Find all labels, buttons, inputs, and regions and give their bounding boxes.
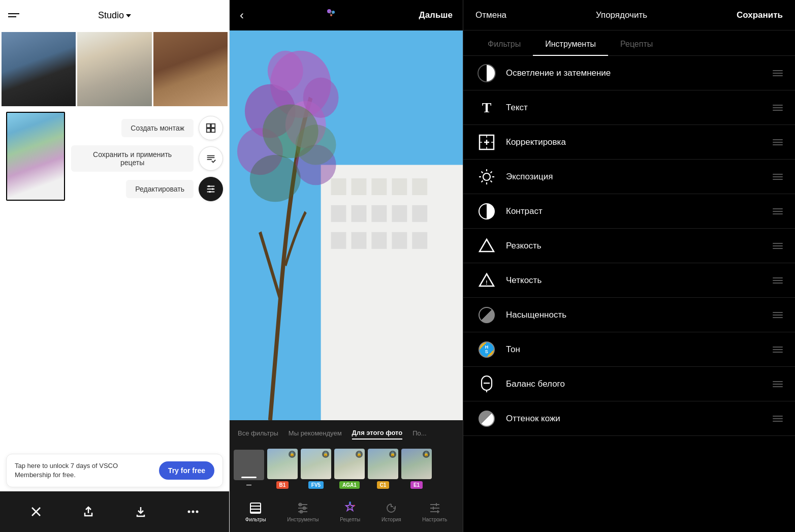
lock-icon: 🔒	[289, 451, 296, 458]
filter-c1[interactable]: 🔒 C1	[368, 449, 398, 489]
filter-e1[interactable]: 🔒 E1	[401, 449, 432, 489]
share-button[interactable]	[78, 502, 99, 522]
svg-point-49	[250, 155, 301, 202]
studio-bottom-bar	[0, 491, 229, 532]
cancel-button[interactable]: Отмена	[475, 10, 506, 20]
tab-recipes[interactable]: Рецепты	[608, 34, 665, 56]
filter-fv5[interactable]: 🔒 FV5	[301, 449, 331, 489]
tool-skin-tone-name: Оттенок кожи	[506, 414, 773, 424]
tool-exposure[interactable]: Экспозиция	[463, 160, 795, 194]
drag-handle[interactable]	[773, 243, 783, 249]
download-button[interactable]	[131, 502, 151, 522]
tab-tools[interactable]: Инструменты	[533, 34, 608, 56]
nav-history[interactable]: История	[376, 498, 406, 525]
nav-tools[interactable]: Инструменты	[282, 498, 324, 525]
editor-panel: ‹ Дальше	[230, 0, 463, 532]
filter-e1-label: E1	[410, 481, 423, 489]
svg-rect-25	[321, 165, 463, 420]
svg-point-62	[354, 505, 355, 506]
back-button[interactable]: ‹	[240, 8, 244, 22]
drag-handle[interactable]	[773, 347, 783, 353]
more-button[interactable]	[183, 502, 203, 522]
dodge-burn-icon	[475, 62, 498, 84]
svg-line-78	[482, 171, 483, 173]
filter-aga1[interactable]: 🔒 AGA1	[334, 449, 365, 489]
studio-title: Studio	[98, 10, 124, 21]
tool-saturation[interactable]: Насыщенность	[463, 298, 795, 332]
svg-rect-0	[207, 124, 210, 128]
promo-text: Tap here to unlock 7 days of VSCO Member…	[15, 461, 153, 480]
tool-contrast[interactable]: Контраст	[463, 194, 795, 229]
filter-b1[interactable]: 🔒 B1	[267, 449, 298, 489]
selected-photo[interactable]	[6, 112, 65, 201]
filter-c1-label: C1	[377, 481, 390, 489]
grid-photo-car[interactable]	[2, 32, 76, 106]
drag-handle[interactable]	[773, 139, 783, 145]
grid-photo-bride[interactable]	[77, 32, 151, 106]
svg-point-50	[296, 124, 336, 165]
save-apply-button[interactable]: Сохранить и применить рецеты	[71, 145, 194, 172]
drag-handle[interactable]	[773, 174, 783, 180]
edit-icon-button[interactable]	[199, 177, 223, 201]
nav-recipes[interactable]: Рецепты	[335, 498, 365, 525]
lock-icon: 🔒	[322, 451, 329, 458]
filter-tab-photo[interactable]: Для этого фото	[352, 427, 403, 440]
tool-correction[interactable]: Корректировка	[463, 125, 795, 160]
promo-banner[interactable]: Tap here to unlock 7 days of VSCO Member…	[6, 454, 223, 487]
tool-clarity-name: Четкость	[506, 275, 773, 286]
filter-tab-more[interactable]: По...	[412, 427, 426, 439]
drag-handle[interactable]	[773, 381, 783, 387]
svg-rect-28	[371, 178, 387, 195]
tool-sharpness[interactable]: Резкость	[463, 229, 795, 263]
drag-handle[interactable]	[773, 277, 783, 284]
svg-rect-26	[331, 178, 346, 195]
tool-hsl[interactable]: HS Тон	[463, 332, 795, 367]
text-icon: T	[475, 97, 498, 119]
tools-header: Отмена Упорядочить Сохранить	[463, 0, 795, 30]
svg-point-10	[208, 185, 210, 187]
exposure-icon	[475, 166, 498, 188]
filter-tab-all[interactable]: Все фильтры	[238, 427, 278, 439]
save-button[interactable]: Сохранить	[737, 10, 783, 20]
arrange-button[interactable]: Упорядочить	[596, 10, 647, 20]
tool-text[interactable]: T Текст	[463, 90, 795, 125]
drag-handle[interactable]	[773, 105, 783, 111]
tools-list: Осветление и затемнение T Текст	[463, 56, 795, 532]
edit-button[interactable]: Редактировать	[126, 180, 194, 198]
photo-grid	[0, 30, 229, 108]
save-apply-icon-button[interactable]	[199, 146, 223, 171]
tool-skin-tone[interactable]: Оттенок кожи	[463, 401, 795, 436]
svg-rect-33	[371, 205, 387, 222]
menu-icon[interactable]	[8, 13, 19, 17]
filter-neutral-thumb	[234, 450, 264, 480]
montage-button[interactable]: Создать монтаж	[121, 119, 194, 137]
try-free-button[interactable]: Try for free	[159, 461, 214, 480]
grid-photo-coffee[interactable]	[153, 32, 228, 106]
tool-dodge-burn[interactable]: Осветление и затемнение	[463, 56, 795, 90]
filter-tab-recommend[interactable]: Мы рекомендуем	[289, 427, 342, 439]
tool-dodge-burn-name: Осветление и затемнение	[506, 68, 773, 78]
close-button[interactable]	[26, 502, 46, 522]
filter-neutral[interactable]: —	[234, 450, 264, 488]
tool-clarity[interactable]: ! Четкость	[463, 263, 795, 298]
tools-panel: Отмена Упорядочить Сохранить Фильтры Инс…	[463, 0, 795, 532]
montage-icon-button[interactable]	[199, 116, 223, 140]
nav-settings[interactable]: Настроить	[417, 498, 452, 525]
drag-handle[interactable]	[773, 70, 783, 76]
tool-white-balance[interactable]: Баланс белого	[463, 367, 795, 401]
studio-title-dropdown[interactable]: Studio	[98, 10, 131, 21]
hsl-icon: HS	[475, 338, 498, 361]
nav-filters[interactable]: Фильтры	[240, 498, 271, 525]
svg-text:!: !	[486, 280, 487, 286]
drag-handle[interactable]	[773, 416, 783, 422]
tab-filters[interactable]: Фильтры	[475, 34, 533, 56]
svg-rect-36	[331, 232, 346, 249]
drag-handle[interactable]	[773, 312, 783, 318]
drag-handle[interactable]	[773, 208, 783, 214]
settings-icon	[428, 502, 441, 515]
svg-rect-27	[351, 178, 366, 195]
saturation-icon	[475, 304, 498, 326]
nav-tools-label: Инструменты	[287, 517, 319, 522]
next-button[interactable]: Дальше	[419, 10, 453, 20]
studio-panel: Studio Создать монтаж	[0, 0, 230, 532]
